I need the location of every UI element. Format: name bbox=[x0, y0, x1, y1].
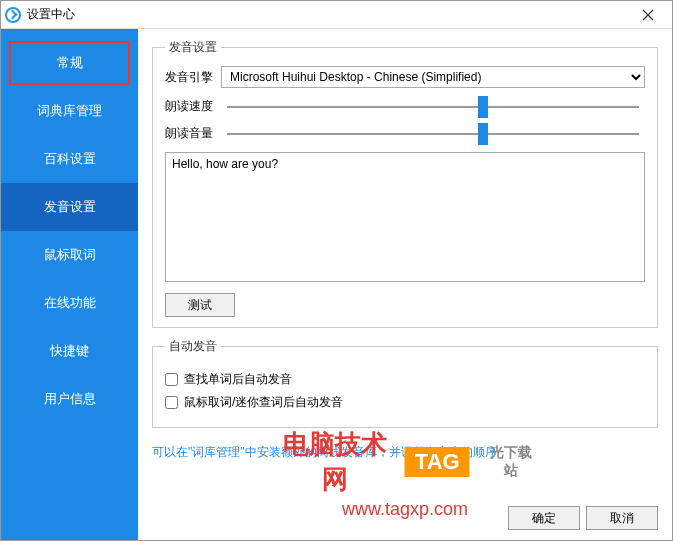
settings-window: 设置中心 常规 词典库管理 百科设置 发音设置 鼠标取词 在线功能 快捷键 用户… bbox=[0, 0, 673, 541]
sidebar-item-label: 常规 bbox=[57, 54, 83, 72]
volume-label: 朗读音量 bbox=[165, 125, 221, 142]
auto-mouse-label: 鼠标取词/迷你查词后自动发音 bbox=[184, 394, 343, 411]
window-title: 设置中心 bbox=[27, 6, 628, 23]
speed-label: 朗读速度 bbox=[165, 98, 221, 115]
engine-label: 发音引擎 bbox=[165, 69, 221, 86]
test-textarea[interactable] bbox=[165, 152, 645, 282]
test-button[interactable]: 测试 bbox=[165, 293, 235, 317]
sidebar-item-online[interactable]: 在线功能 bbox=[1, 279, 138, 327]
sidebar-item-label: 发音设置 bbox=[44, 198, 96, 216]
sidebar-item-mouse[interactable]: 鼠标取词 bbox=[1, 231, 138, 279]
footer-buttons: 确定 取消 bbox=[508, 506, 658, 530]
sidebar-item-general[interactable]: 常规 bbox=[9, 41, 130, 85]
hint-text: 可以在"词库管理"中安装额外的离线发音库，并调整发音库的顺序 bbox=[152, 444, 658, 461]
sidebar-item-encyclopedia[interactable]: 百科设置 bbox=[1, 135, 138, 183]
sidebar-item-voice[interactable]: 发音设置 bbox=[1, 183, 138, 231]
speed-slider-thumb[interactable] bbox=[478, 96, 488, 118]
auto-mouse-checkbox[interactable] bbox=[165, 396, 178, 409]
engine-row: 发音引擎 Microsoft Huihui Desktop - Chinese … bbox=[165, 66, 645, 88]
watermark-text: 电脑技术网 bbox=[272, 427, 399, 497]
sidebar-item-label: 在线功能 bbox=[44, 294, 96, 312]
engine-select[interactable]: Microsoft Huihui Desktop - Chinese (Simp… bbox=[221, 66, 645, 88]
ok-button[interactable]: 确定 bbox=[508, 506, 580, 530]
auto-voice-title: 自动发音 bbox=[165, 338, 221, 355]
titlebar: 设置中心 bbox=[1, 1, 672, 29]
window-body: 常规 词典库管理 百科设置 发音设置 鼠标取词 在线功能 快捷键 用户信息 发音… bbox=[1, 29, 672, 540]
voice-settings-group: 发音设置 发音引擎 Microsoft Huihui Desktop - Chi… bbox=[152, 39, 658, 328]
voice-group-title: 发音设置 bbox=[165, 39, 221, 56]
sidebar: 常规 词典库管理 百科设置 发音设置 鼠标取词 在线功能 快捷键 用户信息 bbox=[1, 29, 138, 540]
auto-lookup-checkbox[interactable] bbox=[165, 373, 178, 386]
close-button[interactable] bbox=[628, 2, 668, 28]
auto-voice-group: 自动发音 查找单词后自动发音 鼠标取词/迷你查词后自动发音 bbox=[152, 338, 658, 428]
sidebar-item-label: 鼠标取词 bbox=[44, 246, 96, 264]
close-icon bbox=[642, 9, 654, 21]
speed-slider-track[interactable] bbox=[227, 106, 639, 108]
watermark-url: www.tagxp.com bbox=[272, 499, 539, 520]
app-icon bbox=[5, 7, 21, 23]
volume-slider-thumb[interactable] bbox=[478, 123, 488, 145]
auto-lookup-label: 查找单词后自动发音 bbox=[184, 371, 292, 388]
sidebar-item-label: 词典库管理 bbox=[37, 102, 102, 120]
sidebar-item-dictionary[interactable]: 词典库管理 bbox=[1, 87, 138, 135]
auto-lookup-row: 查找单词后自动发音 bbox=[165, 371, 645, 388]
volume-row: 朗读音量 bbox=[165, 125, 645, 142]
sidebar-item-label: 百科设置 bbox=[44, 150, 96, 168]
volume-slider-track[interactable] bbox=[227, 133, 639, 135]
cancel-button[interactable]: 取消 bbox=[586, 506, 658, 530]
auto-mouse-row: 鼠标取词/迷你查词后自动发音 bbox=[165, 394, 645, 411]
sidebar-item-label: 快捷键 bbox=[50, 342, 89, 360]
sidebar-item-user[interactable]: 用户信息 bbox=[1, 375, 138, 423]
sidebar-item-shortcuts[interactable]: 快捷键 bbox=[1, 327, 138, 375]
watermark: 电脑技术网 TAG 光下载站 www.tagxp.com bbox=[272, 427, 539, 520]
sidebar-item-label: 用户信息 bbox=[44, 390, 96, 408]
speed-row: 朗读速度 bbox=[165, 98, 645, 115]
content-panel: 发音设置 发音引擎 Microsoft Huihui Desktop - Chi… bbox=[138, 29, 672, 540]
